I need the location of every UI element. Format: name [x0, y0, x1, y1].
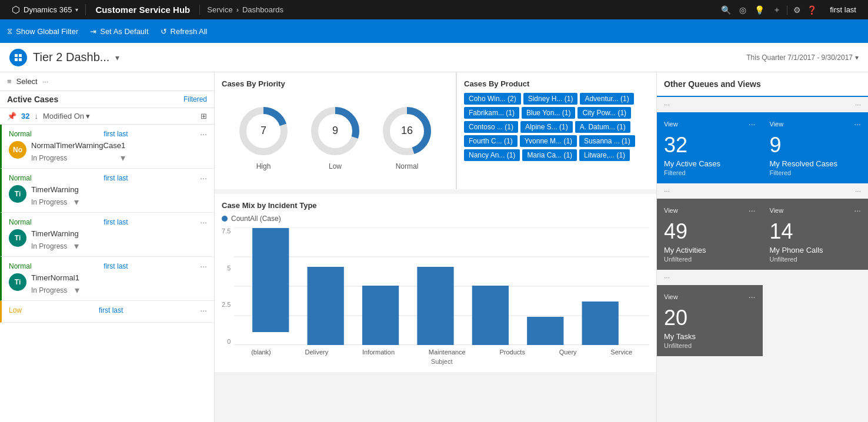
card-more-icon[interactable]: ···: [749, 206, 756, 215]
settings-area: ⚙ ❓: [787, 5, 823, 15]
x-label-query: Query: [559, 349, 577, 356]
product-tag[interactable]: City Pow... (1): [577, 107, 631, 119]
case-expand-icon[interactable]: ▾: [75, 284, 79, 296]
card-more-icon[interactable]: ···: [749, 119, 756, 129]
bar-chart-legend: CountAll (Case): [222, 215, 649, 223]
new-icon[interactable]: ＋: [773, 5, 781, 15]
product-tag[interactable]: Contoso ... (1): [464, 121, 518, 133]
case-more-icon[interactable]: ···: [200, 129, 207, 139]
my-phone-calls-card[interactable]: View ··· 14 My Phone Calls Unfiltered: [763, 199, 869, 270]
case-owner: first last: [104, 130, 128, 138]
avatar: Ti: [9, 185, 26, 203]
svg-rect-23: [527, 317, 563, 345]
svg-rect-3: [19, 58, 22, 61]
filter-icon: ⧖: [7, 26, 12, 36]
svg-rect-19: [308, 267, 344, 345]
sub-nav: ⧖ Show Global Filter ⇥ Set As Default ↺ …: [0, 19, 868, 43]
user-name[interactable]: first last: [823, 5, 863, 14]
product-tag[interactable]: Maria Ca... (1): [522, 149, 577, 161]
phone-calls-sub: Unfiltered: [770, 256, 862, 263]
select-button[interactable]: Select: [16, 77, 38, 86]
product-tag[interactable]: Yvonne M... (1): [520, 135, 577, 147]
filter-list-icon: ≡: [7, 77, 12, 86]
gear-icon[interactable]: ⚙: [793, 5, 801, 15]
title-chevron[interactable]: ▾: [115, 53, 119, 62]
favorites-icon[interactable]: ◎: [739, 5, 746, 15]
activities-number: 49: [664, 221, 756, 242]
product-tag[interactable]: Blue Yon... (1): [522, 107, 575, 119]
table-row[interactable]: Normal first last ··· Ti TimerWarning In…: [0, 169, 214, 213]
product-chart-title: Cases By Product: [464, 79, 649, 88]
set-as-default-btn[interactable]: ⇥ Set As Default: [90, 27, 148, 36]
table-row[interactable]: Normal first last ··· Ti TimerWarning In…: [0, 213, 214, 257]
card-more-icon[interactable]: ···: [854, 119, 861, 129]
card-more-icon[interactable]: ···: [749, 292, 756, 302]
svg-rect-24: [582, 302, 619, 345]
product-tag[interactable]: Litware,... (1): [579, 149, 630, 161]
sort-by[interactable]: Modified On ▾: [43, 112, 90, 120]
card-more-icon[interactable]: ···: [854, 206, 861, 215]
case-expand-icon[interactable]: ▾: [121, 152, 125, 163]
product-tag[interactable]: Alpine S... (1): [520, 121, 573, 133]
card-header: View ···: [770, 119, 862, 129]
product-tag[interactable]: Fabrikam... (1): [464, 107, 519, 119]
refresh-all-btn[interactable]: ↺ Refresh All: [161, 27, 208, 36]
product-tag[interactable]: Coho Win... (2): [464, 93, 521, 105]
view-toggle[interactable]: ⊞: [201, 112, 207, 120]
product-tag[interactable]: Susanna ... (1): [579, 135, 635, 147]
svg-text:7: 7: [261, 125, 266, 136]
high-donut: 7 High: [237, 105, 290, 170]
active-cases-number: 32: [664, 135, 756, 156]
table-row[interactable]: Low first last ···: [0, 301, 214, 323]
my-tasks-card[interactable]: View ··· 20 My Tasks Unfiltered: [657, 285, 763, 356]
app-name: Customer Service Hub: [86, 5, 200, 15]
help-icon[interactable]: 💡: [755, 5, 764, 15]
table-row[interactable]: Normal first last ··· No NormalTimerWarn…: [0, 125, 214, 169]
question-icon[interactable]: ❓: [807, 5, 817, 15]
queue-spacer-1: ··· ···: [657, 97, 868, 112]
case-name: NormalTimerWarningCase1: [31, 141, 125, 150]
product-tag[interactable]: A. Datum... (1): [575, 121, 630, 133]
product-tag[interactable]: Adventur... (1): [580, 93, 633, 105]
dashboard-title-area: Tier 2 Dashb... ▾: [9, 49, 119, 66]
avatar: No: [9, 141, 26, 159]
product-tag[interactable]: Sidney H... (1): [523, 93, 578, 105]
x-label-blank: (blank): [251, 349, 271, 356]
nav-icons: 🔍 ◎ 💡 ＋: [715, 5, 787, 15]
page-title: Tier 2 Dashb...: [33, 51, 109, 64]
case-more-icon[interactable]: ···: [200, 217, 207, 227]
case-expand-icon[interactable]: ▾: [74, 240, 79, 252]
case-owner: first last: [99, 306, 123, 314]
x-label-information: Information: [362, 349, 395, 356]
normal-donut: 16 Normal: [380, 105, 433, 170]
svg-rect-2: [15, 58, 18, 61]
active-cases-label: My Active Cases: [664, 159, 756, 168]
my-resolved-cases-card[interactable]: View ··· 9 My Resolved Cases Filtered: [763, 112, 869, 183]
my-active-cases-card[interactable]: View ··· 32 My Active Cases Filtered: [657, 112, 763, 183]
card-header: View ···: [664, 119, 756, 129]
case-more-icon[interactable]: ···: [200, 306, 207, 315]
case-expand-icon[interactable]: ▾: [74, 196, 79, 207]
product-tag[interactable]: Nancy An... (1): [464, 149, 520, 161]
date-chevron[interactable]: ▾: [855, 53, 859, 62]
toolbar-more[interactable]: ···: [42, 77, 49, 86]
breadcrumb-service[interactable]: Service: [207, 5, 232, 14]
x-axis-title: Subject: [234, 358, 649, 365]
breadcrumb: Service › Dashboards: [200, 5, 291, 14]
dynamics365-nav[interactable]: ⬡ Dynamics 365 ▾: [5, 4, 86, 15]
breadcrumb-dashboards[interactable]: Dashboards: [242, 5, 283, 14]
bar-chart-svg: [234, 227, 649, 345]
case-owner: first last: [104, 262, 128, 270]
table-row[interactable]: Normal first last ··· Ti TimerNormal1 In…: [0, 257, 214, 301]
active-cases-title: Active Cases Filtered: [0, 91, 214, 108]
case-priority: Normal: [9, 130, 32, 138]
search-icon[interactable]: 🔍: [721, 5, 731, 15]
tasks-number: 20: [664, 307, 756, 329]
case-more-icon[interactable]: ···: [200, 173, 207, 183]
my-activities-card[interactable]: View ··· 49 My Activities Unfiltered: [657, 199, 763, 270]
case-status: In Progress: [31, 286, 67, 294]
show-global-filter-btn[interactable]: ⧖ Show Global Filter: [7, 26, 78, 36]
case-more-icon[interactable]: ···: [200, 262, 207, 271]
dynamics-chevron[interactable]: ▾: [75, 6, 78, 13]
product-tag[interactable]: Fourth C... (1): [464, 135, 518, 147]
